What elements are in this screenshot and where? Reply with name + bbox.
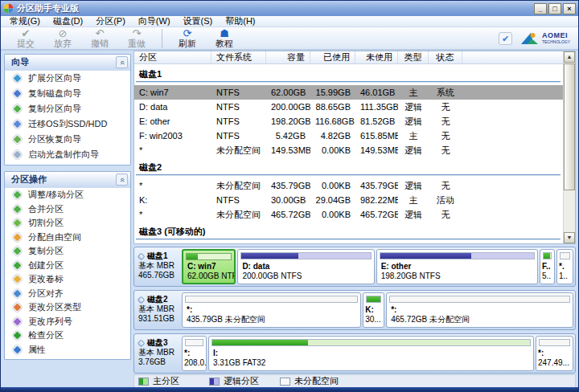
sidebar-item-migrate-os-to-ssd-hdd[interactable]: 迁移OS到SSD/HDD: [5, 116, 130, 132]
cell-1: NTFS: [211, 85, 266, 100]
sidebar-item-allocate-free-space[interactable]: 分配自由空间: [5, 231, 130, 245]
sidebar-item-copy-disk-wizard[interactable]: 复制磁盘向导: [5, 86, 130, 101]
scroll-up-icon[interactable]: ▲: [564, 51, 575, 63]
table-row[interactable]: *未分配空间435.79GB0.00KB435.79GB逻辑无: [134, 178, 575, 193]
partition-block-unalloc[interactable]: *:465.72GB 未分配空间: [386, 292, 573, 328]
cell-1: 未分配空间: [211, 143, 266, 157]
table-row[interactable]: C: win7NTFS62.00GB15.99GB46.01GB主系统: [134, 85, 575, 100]
table-row[interactable]: *未分配空间149.53MB0.00KB149.53MB逻辑无: [134, 143, 575, 157]
extend-partition-wizard-icon: [12, 73, 23, 84]
sidebar-item-change-label[interactable]: 更改卷标: [5, 272, 130, 287]
scrollbar-thumb[interactable]: [564, 63, 575, 190]
sidebar-item-change-partition-type[interactable]: 更改分区类型: [5, 300, 130, 315]
cell-0: F: win2003: [134, 129, 211, 143]
cell-6: 无: [429, 178, 462, 193]
check-widget-icon[interactable]: ✔: [499, 32, 512, 45]
sidebar-item-copy-partition-wizard[interactable]: 复制分区向导: [5, 101, 130, 116]
menu-general[interactable]: 常规(G): [3, 16, 47, 27]
sidebar-item-change-serial-number[interactable]: 更改序列号: [5, 315, 130, 329]
toolbar-buttons: ✔提交⊘放弃↶撤销↷重做⟳刷新☗教程: [7, 28, 243, 48]
legend-label: 未分配空间: [294, 375, 339, 387]
cell-2: 149.53MB: [266, 143, 310, 157]
menu-partition[interactable]: 分区(P): [89, 16, 132, 27]
cell-4: 982.22MB: [355, 193, 398, 207]
column-header-6[interactable]: 状态: [429, 51, 462, 63]
cell-2: 62.00GB: [266, 85, 310, 100]
sidebar-item-split-partition[interactable]: 切割分区: [5, 216, 130, 231]
sidebar-item-bootable-cd-wizard[interactable]: 启动光盘制作向导: [5, 147, 130, 162]
partition-label: F..: [542, 262, 554, 272]
table-row[interactable]: D: dataNTFS200.00GB88.65GB111.35GB逻辑无: [134, 100, 575, 114]
scrollbar-track[interactable]: [564, 63, 575, 232]
partition-block-f[interactable]: F..5..: [540, 249, 555, 284]
vertical-scrollbar[interactable]: ▲ ▼: [563, 51, 575, 243]
disk-size: 3.76GB: [138, 357, 181, 367]
partition-block-i[interactable]: I:3.31GB FAT32: [208, 336, 534, 371]
menu-settings[interactable]: 设置(S): [177, 16, 220, 27]
cell-5: 主: [398, 193, 429, 207]
sidebar-item-partition-recovery-wizard[interactable]: 分区恢复向导: [5, 132, 130, 147]
collapse-icon[interactable]: «: [116, 174, 128, 186]
disk-label-2[interactable]: 磁盘2基本 MBR931.51GB: [136, 292, 182, 328]
sidebar-item-label: 更改分区类型: [28, 301, 81, 313]
disk-label-3[interactable]: 磁盘3基本 MBR3.76GB: [136, 336, 182, 371]
table-row[interactable]: K:NTFS30.00GB29.04GB982.22MB主活动: [134, 193, 575, 207]
menu-disk[interactable]: 磁盘(D): [47, 16, 89, 27]
column-header-3[interactable]: 已使用: [310, 51, 355, 63]
sidebar-item-partition-alignment[interactable]: 分区对齐: [5, 287, 130, 301]
minimize-button[interactable]: _: [534, 3, 547, 14]
sidebar-item-copy-partition[interactable]: 复制分区: [5, 244, 130, 259]
disk-label-1[interactable]: 磁盘1基本 MBR465.76GB: [136, 249, 182, 284]
cell-1: NTFS: [211, 114, 266, 129]
partition-block-c-win7[interactable]: C: win762.00GB NTFS: [182, 249, 236, 284]
change-partition-type-icon: [12, 302, 23, 312]
discard-label: 放弃: [54, 39, 72, 48]
partition-block-e-other[interactable]: E: other198.20GB NTFS: [376, 249, 538, 284]
sidebar-item-create-partition[interactable]: 创建分区: [5, 259, 130, 273]
partition-block-unalloc[interactable]: *:247.49...: [536, 336, 573, 371]
column-header-0[interactable]: 分区: [134, 51, 211, 63]
menu-help[interactable]: 帮助(H): [219, 16, 261, 27]
sidebar-item-extend-partition-wizard[interactable]: 扩展分区向导: [5, 71, 130, 86]
sidebar-item-merge-partitions[interactable]: 合并分区: [5, 202, 130, 217]
usage-bar-fill: [380, 253, 471, 259]
disk-name: 磁盘2: [138, 295, 181, 304]
disk-group-title: 磁盘3 (可移动的): [134, 222, 575, 239]
partition-block-k[interactable]: K:30...: [363, 292, 384, 328]
column-header-2[interactable]: 容量: [266, 51, 310, 63]
tutorial-button[interactable]: ☗教程: [206, 28, 243, 48]
table-row[interactable]: E: otherNTFS198.20GB116.68GB81.52GB逻辑无: [134, 114, 575, 129]
sidebar-item-properties[interactable]: 属性: [5, 343, 130, 357]
sidebar-item-resize-move-partition[interactable]: 调整/移动分区: [5, 188, 130, 202]
close-button[interactable]: ×: [563, 3, 576, 14]
disk-row-2: 磁盘2基本 MBR931.51GB*:435.79GB 未分配空间K:30...…: [133, 290, 576, 330]
sidebar-item-check-partition[interactable]: 检查分区: [5, 329, 130, 343]
cell-0: *: [134, 143, 211, 157]
maximize-button[interactable]: □: [548, 3, 561, 14]
partition-block-unalloc[interactable]: *.1..: [556, 249, 573, 284]
cell-2: 200.00GB: [266, 100, 310, 114]
partition-label: *:: [538, 349, 573, 358]
cell-3: 116.68GB: [310, 114, 355, 129]
table-row[interactable]: *未分配空间逻辑无: [134, 243, 575, 244]
partition-label: *.: [559, 262, 573, 272]
partition-block-unalloc[interactable]: *:435.79GB 未分配空间: [182, 292, 361, 328]
collapse-icon[interactable]: «: [116, 56, 128, 68]
partition-info: 3.31GB FAT32: [213, 358, 530, 368]
column-header-5[interactable]: 类型: [398, 51, 429, 63]
disk-name: 磁盘3: [138, 338, 181, 348]
partition-block-unalloc[interactable]: *:208.0...: [182, 336, 207, 371]
column-header-4[interactable]: 未使用: [355, 51, 398, 63]
disk-size: 931.51GB: [138, 314, 181, 324]
table-row[interactable]: *未分配空间465.72GB0.00KB465.72GB逻辑无: [134, 207, 575, 222]
partition-block-d-data[interactable]: D: data200.00GB NTFS: [237, 249, 374, 284]
scroll-down-icon[interactable]: ▼: [564, 232, 575, 243]
column-header-1[interactable]: 文件系统: [211, 51, 266, 63]
table-row[interactable]: F: win2003NTFS5.42GB4.82GB615.85MB主无: [134, 129, 575, 143]
refresh-button[interactable]: ⟳刷新: [169, 28, 206, 48]
partition-info: 30...: [365, 315, 384, 325]
partition-info: 247.49...: [538, 358, 573, 368]
menu-wizard[interactable]: 向导(W): [132, 16, 177, 27]
partition-label: D: data: [242, 262, 370, 272]
logo-line1: AOMEI: [542, 32, 570, 39]
